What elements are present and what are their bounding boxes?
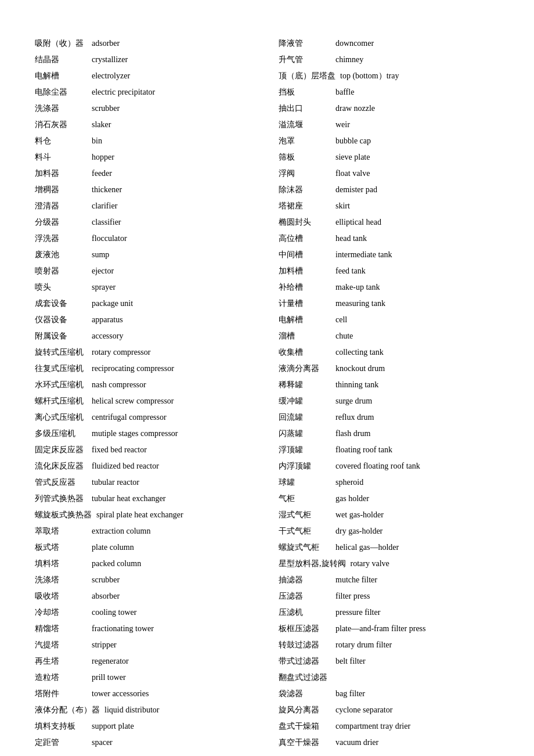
chinese-term: 料斗 <box>35 151 87 163</box>
list-item: 成套设备package unit <box>35 295 255 311</box>
english-term: measuring tank <box>335 297 385 309</box>
chinese-term: 降液管 <box>279 37 331 49</box>
list-item: 筛板sieve plate <box>279 149 499 165</box>
chinese-term: 填料支持板 <box>35 720 87 732</box>
chinese-term: 管式反应器 <box>35 476 87 488</box>
list-item: 浮顶罐floating roof tank <box>279 441 499 458</box>
english-term: helical gas—holder <box>335 541 399 553</box>
chinese-term: 冷却塔 <box>35 606 87 618</box>
english-term: mutche filter <box>335 574 377 586</box>
chinese-term: 结晶器 <box>35 53 87 66</box>
english-term: dry gas-holder <box>335 525 383 537</box>
english-term: cyclone separator <box>335 704 392 716</box>
english-term: prill tower <box>92 671 126 683</box>
english-term: rotary drum filter <box>335 639 392 651</box>
chinese-term: 转鼓过滤器 <box>279 639 331 651</box>
list-item: 盘式干燥箱compartment tray drier <box>279 718 499 734</box>
chinese-term: 仪器设备 <box>35 314 87 326</box>
list-item: 塔附件tower accessories <box>35 685 255 701</box>
list-item: 喷头sprayer <box>35 279 255 295</box>
english-term: baffle <box>335 86 354 98</box>
english-term: cell <box>335 314 347 326</box>
list-item: 液滴分离器knockout drum <box>279 360 499 376</box>
english-term: chute <box>335 330 353 342</box>
list-item: 定距管spacer <box>35 734 255 750</box>
english-term: liquid distributor <box>104 704 160 716</box>
english-term: weir <box>335 118 350 131</box>
chinese-term: 列管式换热器 <box>35 492 87 505</box>
english-term: float valve <box>335 167 370 179</box>
english-term: skirt <box>335 200 350 212</box>
list-item: 转鼓过滤器rotary drum filter <box>279 636 499 653</box>
chinese-term: 萃取塔 <box>35 525 87 537</box>
english-term: spiral plate heat exchanger <box>96 509 183 521</box>
chinese-term: 板框压滤器 <box>279 622 331 635</box>
english-term: apparatus <box>92 314 123 326</box>
chinese-term: 流化床反应器 <box>35 460 87 472</box>
list-item: 溢流堰weir <box>279 116 499 132</box>
list-item: 稀释罐thinning tank <box>279 376 499 393</box>
list-item: 回流罐reflux drum <box>279 409 499 425</box>
left-column: 吸附（收）器adsorber结晶器crystallizer电解槽electrol… <box>35 35 255 750</box>
chinese-term: 喷射器 <box>35 265 87 277</box>
list-item: 螺旋板式换热器spiral plate heat exchanger <box>35 506 255 523</box>
english-term: bin <box>92 135 102 147</box>
list-item: 螺旋式气柜helical gas—holder <box>279 539 499 555</box>
list-item: 水环式压缩机nash compressor <box>35 376 255 393</box>
list-item: 中间槽intermediate tank <box>279 246 499 262</box>
chinese-term: 星型放料器,旋转阀 <box>279 557 346 570</box>
english-term: flash drum <box>335 427 370 440</box>
english-term: helical screw compressor <box>92 395 174 407</box>
list-item: 旋风分离器cyclone separator <box>279 701 499 718</box>
english-term: electric precipitator <box>92 86 155 98</box>
list-item: 列管式换热器tubular heat exchanger <box>35 490 255 506</box>
english-term: downcomer <box>335 37 374 49</box>
list-item: 螺杆式压缩机helical screw compressor <box>35 393 255 409</box>
chinese-term: 加料器 <box>35 167 87 179</box>
english-term: sieve plate <box>335 151 370 163</box>
chinese-term: 水环式压缩机 <box>35 379 87 391</box>
english-term: fluidized bed reactor <box>92 460 159 472</box>
chinese-term: 填料塔 <box>35 557 87 570</box>
chinese-term: 离心式压缩机 <box>35 411 87 423</box>
english-term: thickener <box>92 183 122 196</box>
list-item: 除沫器demister pad <box>279 181 499 197</box>
list-item: 压滤器filter press <box>279 588 499 604</box>
english-term: head tank <box>335 232 367 244</box>
chinese-term: 螺旋式气柜 <box>279 541 331 553</box>
english-term: belt filter <box>335 655 366 667</box>
english-term: surge drum <box>335 395 372 407</box>
english-term: make-up tank <box>335 281 380 293</box>
chinese-term: 加料槽 <box>279 265 331 277</box>
list-item: 电除尘器electric precipitator <box>35 84 255 100</box>
list-item: 冷却塔cooling tower <box>35 604 255 620</box>
english-term: rotary valve <box>351 557 389 570</box>
english-term: centrifugal compressor <box>92 411 167 423</box>
chinese-term: 精馏塔 <box>35 622 87 635</box>
chinese-term: 往复式压缩机 <box>35 362 87 375</box>
chinese-term: 带式过滤器 <box>279 655 331 667</box>
list-item: 闪蒸罐flash drum <box>279 425 499 441</box>
chinese-term: 筛板 <box>279 151 331 163</box>
list-item: 板框压滤器plate—and-fram filter press <box>279 620 499 636</box>
english-term: scrubber <box>92 102 120 114</box>
chinese-term: 分级器 <box>35 216 87 228</box>
list-item: 顶（底）层塔盘top (bottom）tray <box>279 67 499 84</box>
list-item: 泡罩bubble cap <box>279 132 499 149</box>
chinese-term: 盘式干燥箱 <box>279 720 331 732</box>
list-item: 缓冲罐surge drum <box>279 393 499 409</box>
chinese-term: 内浮顶罐 <box>279 460 331 472</box>
list-item: 溜槽chute <box>279 327 499 344</box>
list-item: 板式塔plate column <box>35 539 255 555</box>
english-term: sump <box>92 249 109 261</box>
english-term: elliptical head <box>335 216 381 228</box>
list-item: 干式气柜dry gas-holder <box>279 523 499 539</box>
chinese-term: 溜槽 <box>279 330 331 342</box>
list-item: 吸附（收）器adsorber <box>35 35 255 51</box>
chinese-term: 椭圆封头 <box>279 216 331 228</box>
chinese-term: 附属设备 <box>35 330 87 342</box>
chinese-term: 湿式气柜 <box>279 509 331 521</box>
chinese-term: 抽出口 <box>279 102 331 114</box>
right-column: 降液管downcomer升气管chimney顶（底）层塔盘top (bottom… <box>279 35 499 750</box>
english-term: scrubber <box>92 574 120 586</box>
